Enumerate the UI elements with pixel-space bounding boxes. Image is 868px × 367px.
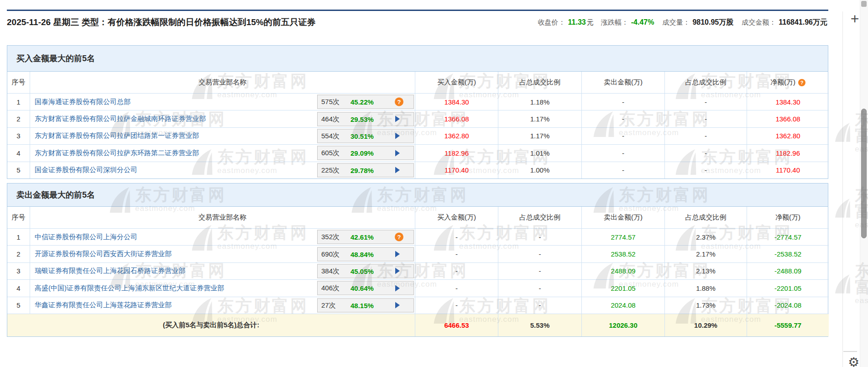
broker-name-link[interactable]: 中信证券股份有限公司上海分公司 [35, 233, 137, 241]
broker-name-link[interactable]: 东方财富证券股份有限公司拉萨东环路第二证券营业部 [35, 149, 199, 157]
buy-ratio-cell: 1.17% [498, 110, 582, 127]
sell-ratio: - [705, 132, 707, 140]
trade-detail-box[interactable]: 27次48.15% [317, 298, 414, 312]
column-header: 占总成交比例 [498, 72, 582, 93]
broker-name-link[interactable]: 东方财富证券股份有限公司拉萨金融城南环路证券营业部 [35, 115, 206, 123]
rank-number: 1 [16, 98, 20, 106]
rank-number: 3 [16, 132, 20, 140]
rank-cell: 3 [7, 262, 30, 279]
broker-name-cell: 东方财富证券股份有限公司拉萨东环路第二证券营业部605次29.09% [30, 144, 415, 161]
column-header-label: 占总成交比例 [685, 213, 727, 222]
total-buy-amount: 6466.53 [444, 321, 469, 329]
sell-amount: 2024.08 [611, 301, 635, 309]
trade-detail-box[interactable]: 464次29.53% [317, 112, 414, 126]
broker-name-link[interactable]: 瑞银证券有限责任公司上海花园石桥路证券营业部 [35, 267, 185, 275]
column-header: 卖出金额(万) [582, 72, 665, 93]
help-icon[interactable]: ? [395, 233, 403, 241]
sell-amount: - [622, 115, 624, 123]
trade-count: 690次 [321, 250, 350, 258]
header-divider-line [7, 10, 828, 11]
table-row: 5华鑫证券有限责任公司上海莲花路证券营业部27次48.15%--2024.081… [7, 297, 828, 314]
trade-count: 225次 [321, 166, 350, 174]
sell-ratio-cell: - [665, 162, 747, 178]
rank-cell: 5 [7, 162, 30, 178]
sell-ratio: - [705, 115, 707, 123]
net-amount: 1366.08 [775, 115, 800, 123]
scrollbar-top-button[interactable] [861, 1, 867, 7]
sell-amount: 2488.09 [611, 267, 635, 275]
broker-name-link[interactable]: 东方财富证券股份有限公司拉萨团结路第一证券营业部 [35, 131, 199, 140]
broker-name-cell: 高盛(中国)证券有限责任公司上海浦东新区世纪大道证券营业部406次40.64% [30, 279, 415, 296]
help-icon[interactable]: ? [798, 79, 805, 86]
trade-detail-box[interactable]: 352次42.61%? [317, 230, 414, 244]
stat-value: 116841.96万元 [779, 18, 827, 27]
stat-label: 涨跌幅： [601, 18, 628, 27]
expand-arrow-icon [395, 167, 400, 173]
sell-ratio: - [705, 98, 707, 106]
sell-amount-cell: 2538.52 [582, 245, 665, 262]
buy-amount: 1362.80 [444, 132, 469, 140]
net-amount-cell: -2538.52 [747, 245, 829, 262]
column-header: 买入金额(万) [415, 72, 498, 93]
broker-name-link[interactable]: 国泰海通证券股份有限公司总部 [35, 98, 131, 106]
sell-amount-cell: - [582, 144, 665, 161]
trade-detail-box[interactable]: 690次48.84% [317, 247, 414, 261]
buy-ratio-cell: 1.18% [498, 93, 582, 110]
net-amount-cell: -2024.08 [747, 297, 829, 314]
broker-name-link[interactable]: 开源证券股份有限公司西安西大街证券营业部 [35, 250, 172, 258]
stat-value: 11.33 [568, 18, 586, 26]
trade-detail-box[interactable]: 605次29.09% [317, 146, 414, 160]
table-row: 2东方财富证券股份有限公司拉萨金融城南环路证券营业部464次29.53%1366… [7, 110, 828, 127]
buy-amount: 1170.40 [444, 166, 469, 174]
section-title-buy-top5: 买入金额最大的前5名 [7, 46, 828, 72]
buy-amount: - [455, 284, 458, 292]
total-sell-ratio: 10.29% [694, 321, 717, 329]
help-icon[interactable]: ? [395, 98, 403, 106]
net-amount-cell: -2488.09 [747, 262, 829, 279]
buy-ratio-cell: - [498, 297, 582, 314]
buy-amount: - [455, 250, 458, 258]
gear-divider [843, 351, 857, 352]
broker-name-link[interactable]: 华鑫证券有限责任公司上海莲花路证券营业部 [35, 301, 172, 309]
net-amount-cell: 1362.80 [747, 127, 829, 144]
right-rail-divider [842, 11, 843, 367]
amplitude-percent: 29.53% [350, 115, 374, 123]
settings-gear-icon[interactable]: ⚙ [848, 356, 859, 367]
buy-amount-cell: - [415, 245, 498, 262]
rank-number: 4 [16, 149, 20, 157]
vertical-scrollbar-thumb[interactable] [861, 109, 867, 238]
amplitude-percent: 29.09% [350, 149, 374, 157]
buy-ratio: - [539, 267, 541, 275]
column-header: 交易营业部名称 [30, 72, 415, 93]
column-header: 净额(万)? [747, 72, 829, 93]
trade-detail-box[interactable]: 554次30.51% [317, 129, 414, 143]
column-header-label: 占总成交比例 [519, 213, 560, 222]
broker-name-cell: 华鑫证券有限责任公司上海莲花路证券营业部27次48.15% [30, 297, 415, 314]
trade-detail-box[interactable]: 225次29.78% [317, 163, 414, 177]
rank-cell: 1 [7, 228, 30, 245]
trade-detail-box[interactable]: 406次40.64% [317, 281, 414, 295]
rank-cell: 1 [7, 93, 30, 110]
trade-detail-box[interactable]: 384次45.05% [317, 264, 414, 278]
net-amount: -2488.09 [774, 267, 801, 275]
column-header-label: 卖出金额(万) [604, 213, 643, 222]
plus-icon[interactable]: + [849, 11, 861, 26]
net-amount: 1170.40 [776, 166, 800, 174]
amplitude-percent: 42.61% [350, 233, 374, 241]
column-header-label: 序号 [12, 213, 26, 222]
expand-arrow-icon [395, 251, 400, 257]
broker-name-link[interactable]: 国金证券股份有限公司深圳分公司 [35, 166, 137, 174]
rank-number: 5 [16, 301, 20, 309]
buy-amount: - [455, 267, 458, 275]
broker-name-cell: 国泰海通证券股份有限公司总部575次45.22%? [30, 93, 415, 110]
broker-name-link[interactable]: 高盛(中国)证券有限责任公司上海浦东新区世纪大道证券营业部 [35, 284, 224, 293]
sell-amount-cell: 2024.08 [582, 297, 665, 314]
sell-ratio-cell: 1.73% [665, 297, 747, 314]
buy-ratio: 1.17% [530, 132, 550, 140]
column-header-label: 占总成交比例 [685, 78, 727, 87]
buy-ratio: 1.18% [530, 98, 550, 106]
trade-detail-box[interactable]: 575次45.22%? [317, 95, 414, 109]
stat-suffix: 元 [587, 18, 594, 27]
sell-ratio-cell: - [665, 127, 747, 144]
buy-ratio: - [539, 301, 541, 309]
